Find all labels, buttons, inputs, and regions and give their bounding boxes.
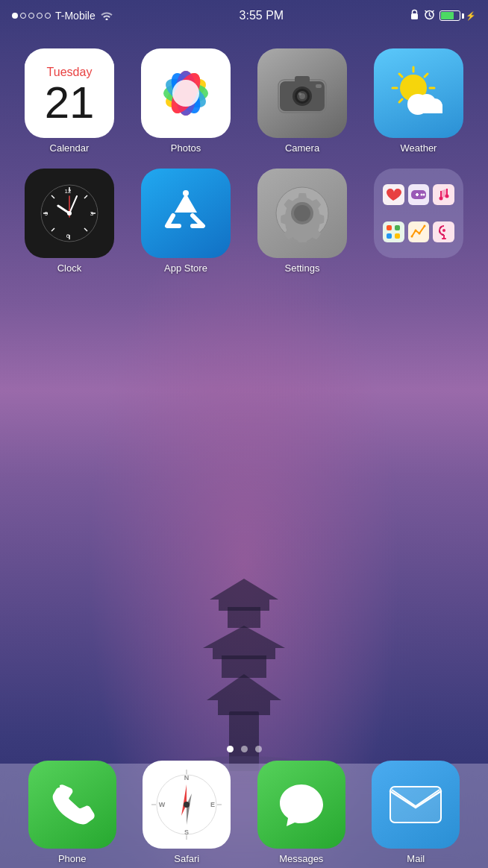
svg-text:W: W (159, 801, 166, 808)
page-dot-3[interactable] (255, 746, 262, 752)
svg-point-67 (420, 193, 422, 195)
clock-label: Clock (57, 262, 82, 274)
mini-grid-icon (383, 221, 404, 242)
mini-chart-icon (408, 221, 430, 242)
alarm-icon (424, 9, 435, 22)
battery-body (439, 10, 460, 21)
app-settings[interactable]: Settings (248, 169, 357, 274)
battery-fill (441, 12, 454, 19)
mini-music-icon (433, 184, 454, 205)
app-clock[interactable]: 12 3 6 9 Clock (15, 169, 124, 274)
app-camera[interactable]: Camera (248, 48, 357, 154)
messages-icon (257, 761, 345, 849)
svg-marker-5 (203, 626, 285, 648)
signal-dot-3 (28, 13, 34, 19)
mini-health-icon (383, 184, 404, 205)
messages-label: Messages (279, 853, 323, 864)
status-bar: T-Mobile 3:55 PM (0, 0, 488, 31)
safari-icon: N S W E (143, 761, 231, 849)
photos-icon (141, 48, 231, 138)
svg-point-59 (67, 211, 72, 216)
svg-rect-28 (316, 84, 322, 88)
page-dot-2[interactable] (241, 746, 248, 752)
dock-mail[interactable]: Mail (372, 761, 460, 864)
svg-point-69 (439, 196, 442, 200)
dock: Phone N S W E (0, 764, 488, 868)
appstore-icon (141, 169, 231, 258)
app-appstore[interactable]: App Store (131, 169, 240, 274)
svg-rect-72 (395, 225, 400, 230)
svg-text:3: 3 (90, 210, 94, 217)
battery-tip (462, 13, 464, 19)
extras-folder-icon (374, 169, 463, 258)
svg-rect-73 (387, 233, 392, 239)
app-grid: Tuesday 21 Calendar Photos (0, 41, 488, 281)
lock-icon (410, 9, 419, 22)
svg-text:N: N (184, 774, 190, 781)
svg-point-93 (184, 802, 190, 808)
svg-point-68 (422, 193, 425, 195)
battery-indicator: ⚡ (439, 10, 476, 21)
camera-icon (257, 48, 347, 138)
calendar-icon: Tuesday 21 (25, 48, 114, 138)
calendar-date: 21 (45, 81, 95, 125)
svg-point-63 (294, 205, 310, 221)
status-time: 3:55 PM (240, 9, 284, 22)
svg-line-36 (425, 74, 428, 77)
wallpaper-silhouette (147, 510, 341, 771)
svg-line-37 (399, 99, 402, 102)
svg-rect-4 (213, 648, 275, 659)
app-photos[interactable]: Photos (131, 48, 240, 154)
app-extras-folder[interactable] (364, 169, 473, 274)
status-right: ⚡ (410, 9, 476, 22)
svg-point-70 (445, 194, 448, 198)
svg-point-27 (298, 92, 301, 95)
appstore-label: App Store (164, 262, 207, 274)
dock-messages[interactable]: Messages (257, 761, 345, 864)
svg-point-75 (410, 236, 413, 238)
svg-line-34 (399, 74, 402, 77)
page-dots (0, 746, 488, 752)
weather-label: Weather (401, 142, 437, 154)
app-weather[interactable]: Weather (364, 48, 473, 154)
settings-label: Settings (285, 262, 320, 274)
carrier-name: T-Mobile (55, 10, 96, 22)
svg-text:S: S (184, 828, 189, 836)
settings-icon (257, 169, 347, 258)
svg-rect-74 (395, 233, 400, 239)
signal-dot-2 (20, 13, 26, 19)
photos-label: Photos (171, 142, 201, 154)
svg-point-60 (183, 190, 189, 196)
calendar-label: Calendar (50, 142, 90, 154)
svg-rect-41 (418, 104, 442, 113)
signal-dot-4 (37, 13, 43, 19)
phone-icon (28, 761, 116, 849)
svg-point-79 (442, 229, 445, 232)
weather-icon (374, 48, 463, 138)
svg-text:9: 9 (45, 210, 49, 217)
mail-label: Mail (407, 853, 425, 864)
signal-dot-5 (45, 13, 51, 19)
phone-label: Phone (58, 853, 87, 864)
app-calendar[interactable]: Tuesday 21 Calendar (15, 48, 124, 154)
svg-point-20 (172, 80, 199, 107)
dock-safari[interactable]: N S W E Safari (143, 761, 231, 864)
svg-point-78 (423, 225, 425, 227)
svg-rect-95 (391, 787, 440, 822)
svg-rect-80 (442, 238, 446, 239)
svg-rect-1 (218, 700, 270, 715)
svg-marker-8 (210, 579, 278, 600)
svg-rect-10 (411, 13, 418, 19)
svg-text:12: 12 (65, 188, 72, 195)
mail-icon (372, 761, 460, 849)
signal-dot-1 (12, 13, 18, 19)
clock-icon: 12 3 6 9 (25, 169, 114, 258)
svg-rect-7 (219, 600, 269, 611)
mini-game-icon (408, 184, 430, 205)
page-dot-1[interactable] (227, 746, 234, 752)
charging-icon: ⚡ (466, 11, 476, 21)
svg-text:E: E (210, 801, 215, 808)
camera-label: Camera (285, 142, 319, 154)
dock-phone[interactable]: Phone (28, 761, 116, 864)
svg-point-76 (414, 230, 416, 232)
